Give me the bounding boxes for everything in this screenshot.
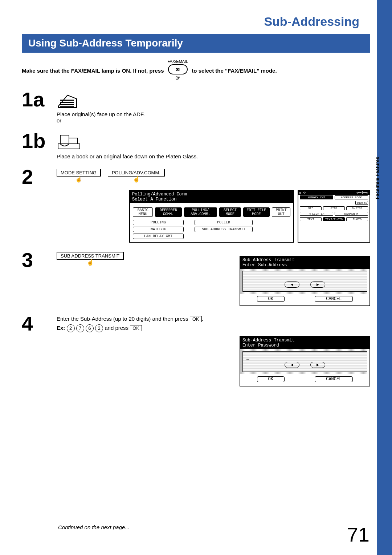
step-4: 4 Enter the Sub-Address (up to 20 digits… bbox=[22, 313, 370, 386]
step-num-4: 4 bbox=[22, 313, 49, 334]
step-num-1a: 1a bbox=[22, 89, 49, 110]
side-fine: FINE bbox=[323, 206, 345, 210]
side-memory-xmt: MEMORY XMT bbox=[300, 195, 333, 199]
lcd2-cancel-button: CANCEL bbox=[315, 296, 353, 302]
lcd1-polling: POLLING bbox=[133, 220, 184, 225]
digit-key-6: 6 bbox=[86, 324, 94, 332]
step-2: 2 MODE SETTING ☝ POLLING/ADV.COMM. ☝ Pol… bbox=[22, 167, 370, 243]
step-1a-or: or bbox=[57, 117, 370, 123]
side-sfine: S-FINE bbox=[346, 206, 368, 210]
step4-line1a: Enter the Sub-Address (up to 20 digits) … bbox=[57, 316, 190, 322]
step4-period: . bbox=[202, 316, 203, 322]
lcd3-header: Sub-Address Transmit Enter Password bbox=[240, 337, 369, 349]
step-1a: 1a Place original(s) face up on the ADF.… bbox=[22, 89, 370, 123]
lcd1-polled: POLLED bbox=[195, 220, 253, 225]
left-arrow-button: ◀ bbox=[285, 281, 299, 288]
press-finger-icon: ☝ bbox=[57, 176, 101, 183]
step-3: 3 SUB ADDRESS TRANSMIT ☝ Sub-Address Tra… bbox=[22, 250, 370, 306]
mode-setting-button: MODE SETTING bbox=[57, 169, 101, 177]
platen-glass-icon bbox=[57, 133, 370, 151]
digit-key-2: 2 bbox=[67, 324, 75, 332]
intro-line: Make sure that the FAX/EMAIL lamp is ON.… bbox=[22, 59, 370, 82]
step4-and-press: and press bbox=[105, 325, 130, 331]
lcd2-entry-field: _ ◀ ▶ bbox=[242, 271, 367, 292]
ok-key: OK bbox=[130, 325, 142, 331]
side-darker: DARKER ▶ bbox=[335, 212, 368, 216]
continued-note: Continued on the next page... bbox=[58, 524, 130, 530]
side-lighter: ◁ LIGHTER bbox=[300, 212, 333, 216]
sub-address-transmit-button: SUB ADDRESS TRANSMIT bbox=[57, 252, 124, 260]
lcd1-header: Polling/Advanced Comm Select A Function bbox=[130, 191, 293, 203]
intro-text-2: to select the "FAX/EMAIL" mode. bbox=[192, 68, 277, 74]
lcd1-sub-address-transmit: SUB ADDRESS TRANSMIT bbox=[195, 227, 253, 232]
side-address-book: ADDRESS BOOK bbox=[335, 195, 368, 199]
lcd2-header: Sub-Address Transmit Enter Sub-Address bbox=[240, 256, 369, 269]
lcd1-mailbox: MAILBOX bbox=[133, 227, 184, 232]
lcd2-ok-button: OK bbox=[257, 296, 285, 302]
step-1a-text: Place original(s) face up on the ADF. bbox=[57, 111, 370, 117]
lcd3-ok-button: OK bbox=[257, 376, 285, 382]
side-text: TEXT bbox=[300, 217, 322, 221]
left-arrow-button: ◀ bbox=[285, 362, 299, 368]
digit-key-7: 7 bbox=[76, 324, 84, 332]
fax-email-key-label: FAX/EMAIL bbox=[167, 59, 188, 64]
tab-basic-menu: BASIC MENU bbox=[133, 207, 153, 217]
side-text-photo: TEXT/PHOTO bbox=[323, 217, 345, 221]
lcd3-value: _ bbox=[246, 355, 249, 360]
step-1b: 1b Place a book or an original face down… bbox=[22, 131, 370, 159]
side-std: STD bbox=[300, 206, 322, 210]
right-arrow-button: ▶ bbox=[310, 281, 325, 288]
lcd1-side-panel: ▥ ⟲◁━━┃━━▷ MEMORY XMTADDRESS BOOK 600dpi… bbox=[298, 190, 370, 243]
ex-label: Ex: bbox=[57, 325, 65, 331]
page-number: 71 bbox=[347, 523, 369, 546]
lcd3-entry-field: _ ◀ ▶ bbox=[242, 351, 367, 372]
lcd2-value: _ bbox=[246, 275, 249, 280]
digit-key-2b: 2 bbox=[95, 324, 103, 332]
press-finger-icon: ☝ bbox=[108, 176, 165, 183]
step-num-2: 2 bbox=[22, 167, 49, 187]
lcd1-lan-relay-xmt: LAN RELAY XMT bbox=[133, 234, 184, 239]
lcd3-cancel-button: CANCEL bbox=[315, 376, 353, 382]
section-heading: Using Sub-Address Temporarily bbox=[22, 34, 370, 53]
tab-print-out: PRINT OUT bbox=[272, 207, 290, 217]
chapter-color-bar bbox=[377, 0, 392, 555]
side-600dpi: 600dpi bbox=[355, 201, 368, 205]
ok-key: OK bbox=[190, 316, 202, 322]
step-num-1b: 1b bbox=[22, 131, 49, 151]
fax-email-key-icon: ✉ bbox=[168, 64, 188, 74]
side-tab-label: Facsimile Features bbox=[375, 156, 380, 200]
polling-advcomm-button: POLLING/ADV.COMM. bbox=[108, 169, 165, 177]
intro-text-1: Make sure that the FAX/EMAIL lamp is ON.… bbox=[22, 68, 164, 74]
fax-email-key: FAX/EMAIL ✉ ☞ bbox=[167, 59, 188, 82]
step-1b-text: Place a book or an original face down on… bbox=[57, 153, 370, 159]
lcd1-top-tabs: BASIC MENU DEFERRED COMM. POLLING/ ADV.C… bbox=[133, 207, 290, 217]
page-title: Sub-Addressing bbox=[22, 15, 370, 29]
step-num-3: 3 bbox=[22, 250, 49, 270]
adf-icon bbox=[57, 92, 370, 109]
press-finger-icon: ☞ bbox=[175, 74, 180, 81]
tab-edit-file-mode: EDIT FILE MODE bbox=[243, 207, 270, 217]
tab-deferred-comm: DEFERRED COMM. bbox=[155, 207, 181, 217]
press-finger-icon: ☝ bbox=[57, 259, 124, 266]
tab-polling-advcomm: POLLING/ ADV.COMM. bbox=[184, 207, 217, 217]
right-arrow-button: ▶ bbox=[310, 362, 325, 368]
side-photo: PHOTO bbox=[346, 217, 368, 221]
tab-select-mode: SELECT MODE bbox=[219, 207, 241, 217]
